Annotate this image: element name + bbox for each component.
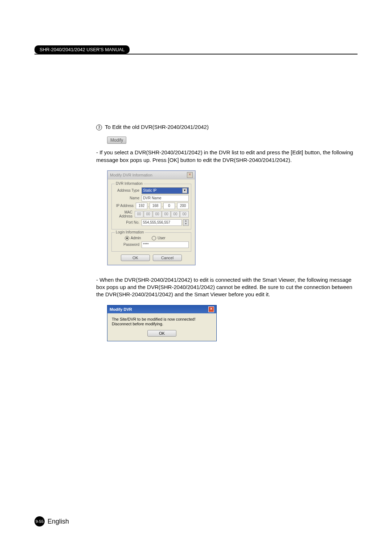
address-type-select[interactable]: Static IP ▼ <box>142 187 189 194</box>
mac-label: MAC Address <box>114 210 135 218</box>
login-information-group: Login Information Admin User Password **… <box>111 232 191 252</box>
port-stepper[interactable]: ▲▼ <box>183 219 189 226</box>
dialog2-body: The Site/DVR to be modified is now conne… <box>107 313 216 341</box>
password-value: **** <box>143 243 149 247</box>
cancel-button[interactable]: Cancel <box>153 255 182 261</box>
port-label: Port No. <box>114 220 142 224</box>
ip-octet-3[interactable]: 0 <box>163 203 175 209</box>
step-number: 3 <box>96 125 102 130</box>
step-title: To Edit the old DVR(SHR-2040/2041/2042) <box>105 124 209 130</box>
footer-language: English <box>48 518 69 525</box>
ok-button[interactable]: OK <box>121 255 150 261</box>
content-column: 3 To Edit the old DVR(SHR-2040/2041/2042… <box>96 123 358 341</box>
name-field[interactable]: DVR Name <box>142 195 189 202</box>
port-field[interactable]: 554,555,556,557 <box>142 219 182 226</box>
ip-address-field[interactable]: 192. 168. 0. 200 <box>136 203 189 209</box>
radio-admin-label: Admin <box>131 236 141 240</box>
mac-seg-4[interactable]: 00 <box>162 211 171 217</box>
group2-legend: Login Information <box>115 230 145 234</box>
ip-octet-2[interactable]: 168 <box>150 203 161 209</box>
name-label: Name <box>114 196 142 200</box>
paragraph-2: - When the DVR(SHR-2040/2041/2042) to ed… <box>96 276 358 298</box>
paragraph-1: - If you select a DVR(SHR-2040/2041/2042… <box>96 149 358 164</box>
ip-octet-4[interactable]: 200 <box>177 203 189 209</box>
radio-dot-on-icon <box>125 236 129 240</box>
mac-seg-5[interactable]: 00 <box>171 211 180 217</box>
radio-user-label: User <box>158 236 165 240</box>
mac-seg-3[interactable]: 00 <box>153 211 162 217</box>
name-value: DVR Name <box>143 196 162 200</box>
modify-button[interactable]: Modify <box>107 137 126 144</box>
mac-address-field[interactable]: 00 00 00 00 00 00 <box>135 211 189 217</box>
mac-seg-2[interactable]: 00 <box>144 211 152 217</box>
mac-seg-1[interactable]: 00 <box>135 211 143 217</box>
dialog2-message-line1: The Site/DVR to be modified is now conne… <box>112 317 196 321</box>
modify-dvr-warning-dialog: Modify DVR × The Site/DVR to be modified… <box>107 305 217 341</box>
header-rule: SHR-2040/2041/2042 USER'S MANUAL <box>34 45 358 54</box>
ok-button[interactable]: OK <box>147 330 176 337</box>
manual-title: SHR-2040/2041/2042 USER'S MANUAL <box>34 45 130 54</box>
password-field[interactable]: **** <box>142 241 189 248</box>
dialog2-message-line2: Disconnect before modifying. <box>112 322 163 326</box>
dialog1-title: Modify DVR Information <box>110 173 152 177</box>
page: SHR-2040/2041/2042 USER'S MANUAL 3 To Ed… <box>0 0 392 541</box>
radio-dot-off-icon <box>152 236 156 240</box>
chevron-down-icon[interactable]: ▼ <box>182 188 187 193</box>
password-label: Password <box>114 243 142 247</box>
close-icon[interactable]: × <box>208 306 214 312</box>
dialog2-titlebar: Modify DVR × <box>107 305 216 313</box>
dialog2-title: Modify DVR <box>110 307 132 312</box>
dialog2-message: The Site/DVR to be modified is now conne… <box>112 317 212 326</box>
step-heading: 3 To Edit the old DVR(SHR-2040/2041/2042… <box>96 123 358 131</box>
ip-octet-1[interactable]: 192 <box>136 203 147 209</box>
ip-label: IP Address <box>114 204 136 208</box>
radio-admin[interactable]: Admin <box>125 236 141 240</box>
close-icon[interactable]: × <box>187 172 193 178</box>
page-number-badge: 9-55 <box>34 516 45 526</box>
mac-seg-6[interactable]: 00 <box>180 211 189 217</box>
group1-legend: DVR Information <box>115 182 144 186</box>
radio-user[interactable]: User <box>152 236 165 240</box>
dvr-information-group: DVR Information Address Type Static IP ▼… <box>111 184 191 229</box>
port-value: 554,555,556,557 <box>143 220 170 224</box>
address-type-label: Address Type <box>114 188 142 192</box>
modify-dvr-info-dialog: Modify DVR Information × DVR Information… <box>107 170 196 265</box>
address-type-value: Static IP <box>143 188 156 192</box>
dialog1-titlebar: Modify DVR Information × <box>108 171 195 179</box>
dialog1-body: DVR Information Address Type Static IP ▼… <box>108 179 195 265</box>
page-footer: 9-55 English <box>34 516 69 526</box>
